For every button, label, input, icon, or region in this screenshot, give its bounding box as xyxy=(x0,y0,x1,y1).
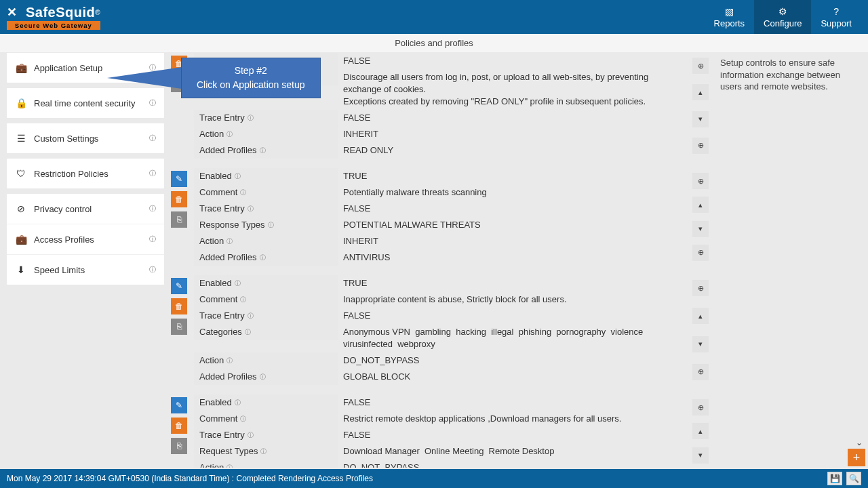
policy-value: FALSE xyxy=(338,427,689,443)
info-icon[interactable]: ⓘ xyxy=(248,310,254,322)
info-icon[interactable]: ⓘ xyxy=(260,144,266,157)
info-icon[interactable]: ⓘ xyxy=(248,112,254,124)
info-icon[interactable]: ⓘ xyxy=(260,371,266,383)
policy-key: Enabledⓘ xyxy=(194,168,338,184)
move-up-button[interactable]: ▴ xyxy=(692,197,709,213)
move-top-button[interactable]: ⊕ xyxy=(692,173,709,189)
move-top-button[interactable]: ⊕ xyxy=(692,58,709,74)
sidebar-label: Privacy control xyxy=(34,204,146,214)
policy-row: ActionⓘDO_NOT_BYPASS xyxy=(194,352,689,369)
policy-actions: ✎🗑⎘ xyxy=(171,168,194,266)
move-bottom-button[interactable]: ⊕ xyxy=(692,364,709,380)
scroll-indicator-icon: ⌄ xyxy=(856,438,863,447)
move-up-button[interactable]: ▴ xyxy=(692,84,709,100)
topnav-label: Support xyxy=(821,18,852,28)
policy-row: Added ProfilesⓘREAD ONLY xyxy=(194,142,689,159)
brand-icon xyxy=(7,5,23,21)
policy-row: CommentⓘInappropriate content is abuse, … xyxy=(194,291,689,308)
info-icon[interactable]: ⓘ xyxy=(149,235,156,244)
policy-row: CategoriesⓘAnonymous VPN gambling hackin… xyxy=(194,324,689,352)
policy-row: Trace EntryⓘFALSE xyxy=(194,201,689,217)
sidebar-item-access-profiles[interactable]: 💼Access Profilesⓘ xyxy=(7,224,164,255)
sidebar-icon: 🔒 xyxy=(15,98,27,108)
save-button[interactable]: 💾 xyxy=(827,472,842,485)
info-icon[interactable]: ⓘ xyxy=(149,265,156,274)
clone-button[interactable]: ⎘ xyxy=(171,438,187,454)
edit-button[interactable]: ✎ xyxy=(171,397,187,413)
topnav-configure[interactable]: ⚙Configure xyxy=(754,0,811,34)
clone-button[interactable]: ⎘ xyxy=(171,319,187,335)
delete-button[interactable]: 🗑 xyxy=(171,418,187,434)
move-up-button[interactable]: ▴ xyxy=(692,308,709,324)
topnav-support[interactable]: ?Support xyxy=(811,0,861,34)
info-icon[interactable]: ⓘ xyxy=(149,134,156,143)
move-top-button[interactable]: ⊕ xyxy=(692,399,709,415)
move-top-button[interactable]: ⊕ xyxy=(692,280,709,296)
policy-block: ✎🗑⎘EnabledⓘTRUECommentⓘPotentially malwa… xyxy=(171,168,712,266)
sidebar-icon: ☰ xyxy=(15,133,27,144)
policy-value: GLOBAL BLOCK xyxy=(338,369,689,385)
info-icon[interactable]: ⓘ xyxy=(226,462,233,468)
info-icon[interactable]: ⓘ xyxy=(248,429,254,441)
sidebar-label: Access Profiles xyxy=(34,235,146,245)
move-down-button[interactable]: ▾ xyxy=(692,111,709,127)
status-text: Mon May 29 2017 14:39:04 GMT+0530 (India… xyxy=(7,474,373,483)
policy-value: Restrict remote desktop applications ,Do… xyxy=(338,411,689,427)
policy-key: Actionⓘ xyxy=(194,126,338,142)
policy-value: READ ONLY xyxy=(338,142,689,159)
sidebar-item-privacy-control[interactable]: ⊘Privacy controlⓘ xyxy=(7,194,164,224)
info-icon[interactable]: ⓘ xyxy=(149,169,156,178)
delete-button[interactable]: 🗑 xyxy=(171,298,187,314)
sidebar-label: Custom Settings xyxy=(34,134,146,144)
policy-block: ✎🗑⎘EnabledⓘFALSECommentⓘRestrict remote … xyxy=(171,394,712,468)
reorder-controls: ⊕▴▾⊕ xyxy=(689,275,712,385)
policy-key: Trace Entryⓘ xyxy=(194,427,338,443)
callout-line2: Click on Application setup xyxy=(197,78,305,92)
policy-key: Enabledⓘ xyxy=(194,275,338,291)
sidebar-item-custom-settings[interactable]: ☰Custom Settingsⓘ xyxy=(7,123,164,153)
edit-button[interactable]: ✎ xyxy=(171,171,187,187)
topnav-label: Reports xyxy=(714,18,745,28)
brand-name: SafeSquid xyxy=(26,5,95,20)
info-icon[interactable]: ⓘ xyxy=(235,170,241,182)
move-up-button[interactable]: ▴ xyxy=(692,423,709,439)
info-icon[interactable]: ⓘ xyxy=(268,219,274,231)
info-icon[interactable]: ⓘ xyxy=(260,251,266,264)
info-icon[interactable]: ⓘ xyxy=(235,277,241,289)
top-nav: ▧Reports⚙Configure?Support xyxy=(705,0,861,34)
delete-button[interactable]: 🗑 xyxy=(171,191,187,207)
topnav-label: Configure xyxy=(764,18,802,28)
topnav-reports[interactable]: ▧Reports xyxy=(705,0,755,34)
info-icon[interactable]: ⓘ xyxy=(235,396,241,409)
move-bottom-button[interactable]: ⊕ xyxy=(692,245,709,261)
sidebar-group: ☰Custom Settingsⓘ xyxy=(7,123,164,153)
sidebar-item-speed-limits[interactable]: ⬇Speed Limitsⓘ xyxy=(7,255,164,285)
info-icon[interactable]: ⓘ xyxy=(226,235,233,247)
info-icon[interactable]: ⓘ xyxy=(240,186,246,199)
info-icon[interactable]: ⓘ xyxy=(248,203,254,215)
policy-row: EnabledⓘTRUE xyxy=(194,275,689,291)
policy-key: Request Typesⓘ xyxy=(194,443,338,460)
move-down-button[interactable]: ▾ xyxy=(692,447,709,464)
clone-button[interactable]: ⎘ xyxy=(171,211,187,228)
info-icon[interactable]: ⓘ xyxy=(226,128,233,140)
edit-button[interactable]: ✎ xyxy=(171,278,187,294)
info-icon[interactable]: ⓘ xyxy=(240,413,246,425)
support-icon: ? xyxy=(833,6,839,17)
info-icon[interactable]: ⓘ xyxy=(226,354,233,367)
info-icon[interactable]: ⓘ xyxy=(260,445,267,458)
move-down-button[interactable]: ▾ xyxy=(692,336,709,352)
info-icon[interactable]: ⓘ xyxy=(240,293,246,306)
sidebar-item-restriction-policies[interactable]: 🛡Restriction Policiesⓘ xyxy=(7,159,164,188)
policy-value: Download Manager Online Meeting Remote D… xyxy=(338,443,689,460)
info-icon[interactable]: ⓘ xyxy=(149,204,156,214)
move-down-button[interactable]: ▾ xyxy=(692,221,709,237)
add-policy-button[interactable]: + xyxy=(848,449,865,466)
policy-value: INHERIT xyxy=(338,126,689,142)
search-button[interactable]: 🔍 xyxy=(846,472,861,485)
policy-key: Added Profilesⓘ xyxy=(194,249,338,266)
info-icon[interactable]: ⓘ xyxy=(245,326,251,338)
callout-line1: Step #2 xyxy=(197,64,305,78)
move-bottom-button[interactable]: ⊕ xyxy=(692,138,709,154)
info-icon[interactable]: ⓘ xyxy=(149,98,156,108)
